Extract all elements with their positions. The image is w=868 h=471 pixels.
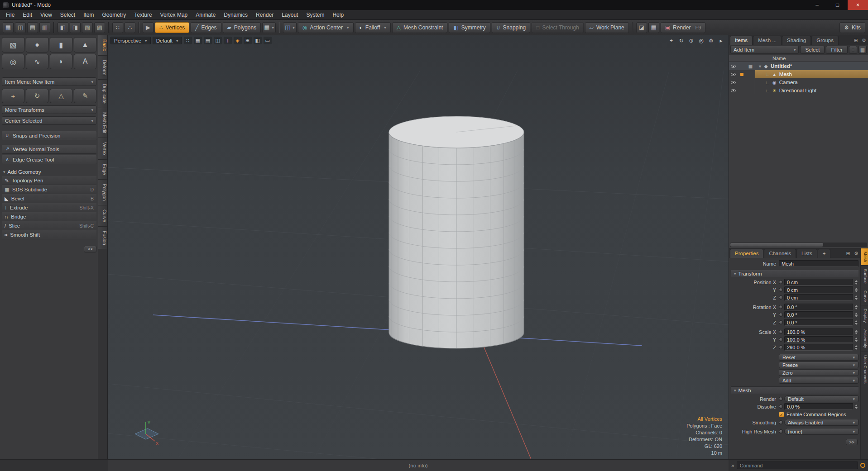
preview-layers-icon[interactable]: ▦ — [648, 22, 659, 33]
props-tab-curve[interactable]: Curve — [861, 287, 868, 305]
props-tab-user-channels[interactable]: User Channels — [861, 352, 868, 387]
channel-cap-icon[interactable] — [779, 313, 783, 317]
workplane-active-icon[interactable]: ◈ — [234, 37, 242, 44]
mesh-section-header[interactable]: ▾ Mesh — [731, 386, 858, 394]
add-dropdown[interactable]: Add ▾ — [779, 377, 858, 384]
filter-button[interactable]: Filter — [826, 46, 848, 54]
item-menu-dropdown[interactable]: Item Menu: New Item ▾ — [2, 77, 96, 86]
layout-split-icon[interactable]: ◫ — [15, 22, 26, 33]
channel-cap-icon[interactable] — [779, 295, 783, 300]
maximize-button[interactable]: □ — [827, 0, 848, 10]
visibility-eye-icon[interactable] — [731, 89, 736, 92]
primitive-helix-button[interactable]: ∿ — [26, 54, 48, 69]
sculpt-mode-icon[interactable]: ▧ — [82, 22, 93, 33]
scale-tool-icon[interactable]: △ — [50, 89, 72, 103]
primitive-cone-button[interactable]: ▲ — [74, 37, 96, 52]
channel-cap-icon[interactable] — [779, 330, 783, 334]
smoothing-dropdown[interactable]: Always Enabled ▾ — [784, 419, 858, 426]
rotation-y-input[interactable]: 0.0 ° — [784, 311, 853, 318]
sidebar-tab-edge[interactable]: Edge — [98, 160, 107, 180]
tab-lists[interactable]: Lists — [796, 249, 817, 258]
channel-cap-icon[interactable] — [779, 429, 783, 433]
viewport-menu-icon[interactable]: ▸ — [717, 37, 725, 44]
value-spinner[interactable] — [854, 403, 858, 410]
kits-button[interactable]: ⚙ Kits — [839, 22, 865, 33]
center-selected-dropdown[interactable]: Center Selected ▾ — [2, 116, 96, 125]
scrollbar-thumb[interactable] — [730, 243, 823, 247]
item-row-scene[interactable]: ▦ ▾ ◈ Untitled* — [729, 62, 868, 70]
menu-select[interactable]: Select — [56, 10, 79, 20]
shading-mode-dropdown[interactable]: Default ▾ — [153, 37, 182, 44]
menu-layout[interactable]: Layout — [278, 10, 302, 20]
list-view-icon[interactable]: ≡ — [849, 46, 857, 54]
wireframe-toggle-icon[interactable]: ▦ — [194, 37, 202, 44]
menu-item[interactable]: Item — [79, 10, 98, 20]
menu-view[interactable]: View — [36, 10, 56, 20]
primitive-blob-button[interactable]: ◗ — [50, 54, 72, 69]
zoom-icon[interactable]: ⊕ — [687, 37, 695, 44]
channel-cap-icon[interactable] — [779, 320, 783, 324]
element-tool-icon[interactable]: ✎ — [74, 89, 96, 103]
ref-system-button[interactable]: ◫ ▾ — [283, 22, 297, 33]
tab-mesh-ops[interactable]: Mesh ... — [753, 36, 782, 45]
value-spinner[interactable] — [854, 286, 858, 293]
sidebar-tab-duplicate[interactable]: Duplicate — [98, 80, 107, 108]
sidebar-tab-vertex[interactable]: Vertex — [98, 138, 107, 160]
props-tab-display[interactable]: Display — [861, 305, 868, 326]
sidebar-tab-polygon[interactable]: Polygon — [98, 180, 107, 205]
dots-tool-icon[interactable]: ∷ — [112, 22, 123, 33]
channel-cap-icon[interactable] — [779, 280, 783, 284]
mode-polygons-button[interactable]: ▰ Polygons — [223, 22, 261, 33]
high-res-mesh-dropdown[interactable]: (none) ▾ — [784, 428, 858, 435]
tool-bridge[interactable]: ∩ Bridge — [2, 212, 96, 221]
sidebar-tab-mesh-edit[interactable]: Mesh Edit — [98, 108, 107, 138]
menu-system[interactable]: System — [302, 10, 328, 20]
sidebar-tab-curve[interactable]: Curve — [98, 205, 107, 227]
scale-x-input[interactable]: 100.0 % — [784, 328, 853, 335]
layout-grid-icon[interactable]: ▦ — [3, 22, 14, 33]
menu-vertex-map[interactable]: Vertex Map — [156, 10, 192, 20]
orbit-icon[interactable]: ↻ — [677, 37, 685, 44]
paint-mode-icon[interactable]: ◧ — [58, 22, 68, 33]
menu-geometry[interactable]: Geometry — [98, 10, 130, 20]
scale-z-input[interactable]: 290.0 % — [784, 344, 853, 351]
value-spinner[interactable] — [854, 294, 858, 301]
hatch-mode-icon[interactable]: ▨ — [94, 22, 105, 33]
channel-cap-icon[interactable] — [779, 288, 783, 292]
value-spinner[interactable] — [854, 344, 858, 351]
item-list-empty-area[interactable] — [729, 95, 868, 243]
channel-cap-icon[interactable] — [779, 397, 783, 401]
name-column-header[interactable]: Name — [729, 55, 868, 62]
work-plane-button[interactable]: ▱ Work Plane — [585, 22, 629, 33]
primitive-cylinder-button[interactable]: ▮ — [50, 37, 72, 52]
minimize-button[interactable]: – — [807, 0, 827, 10]
camera-view-dropdown[interactable]: Perspective ▾ — [110, 37, 151, 44]
tool-slice[interactable]: / Slice Shift-C — [2, 221, 96, 230]
tab-channels[interactable]: Channels — [764, 249, 796, 258]
viewport-3d[interactable]: Perspective ▾ Default ▾ ∷ ▦ ▤ ◫ ‖ ◈ ⊞ ◧ … — [108, 35, 729, 459]
panel-gear-icon[interactable]: ⚙ — [861, 37, 867, 43]
tab-shading[interactable]: Shading — [782, 36, 811, 45]
items-mode-button[interactable]: ▦ ▾ — [262, 22, 276, 33]
snapping-button[interactable]: ∪ Snapping — [492, 22, 531, 33]
properties-expand-button[interactable]: >> — [846, 439, 858, 445]
menu-render[interactable]: Render — [252, 10, 278, 20]
value-spinner[interactable] — [854, 328, 858, 335]
mesh-constraint-button[interactable]: △ Mesh Constraint — [392, 22, 448, 33]
layout-rows-icon[interactable]: ▤ — [27, 22, 38, 33]
tool-sds-subdivide[interactable]: ▦ SDS Subdivide D — [2, 185, 96, 194]
primitive-torus-button[interactable]: ◎ — [2, 54, 24, 69]
falloff-button[interactable]: ◐ Falloff ▾ — [355, 22, 391, 33]
reset-dropdown[interactable]: Reset ▾ — [779, 354, 858, 361]
split-view-icon[interactable]: ◫ — [214, 37, 222, 44]
enable-command-regions-checkbox[interactable]: ✓ — [779, 412, 784, 417]
command-input[interactable]: Command — [737, 461, 858, 469]
props-tab-surface[interactable]: Surface — [861, 266, 868, 287]
panel-gear-icon[interactable]: ⚙ — [853, 250, 859, 257]
visibility-options-icon[interactable]: ∷ — [184, 37, 192, 44]
sidebar-tab-basic[interactable]: Basic — [98, 35, 107, 56]
menu-file[interactable]: File — [2, 10, 19, 20]
position-y-input[interactable]: 0 cm — [784, 286, 853, 293]
vertex-normal-tools-button[interactable]: ↗ Vertex Normal Tools — [2, 145, 96, 154]
action-center-button[interactable]: ◎ Action Center ▾ — [298, 22, 354, 33]
